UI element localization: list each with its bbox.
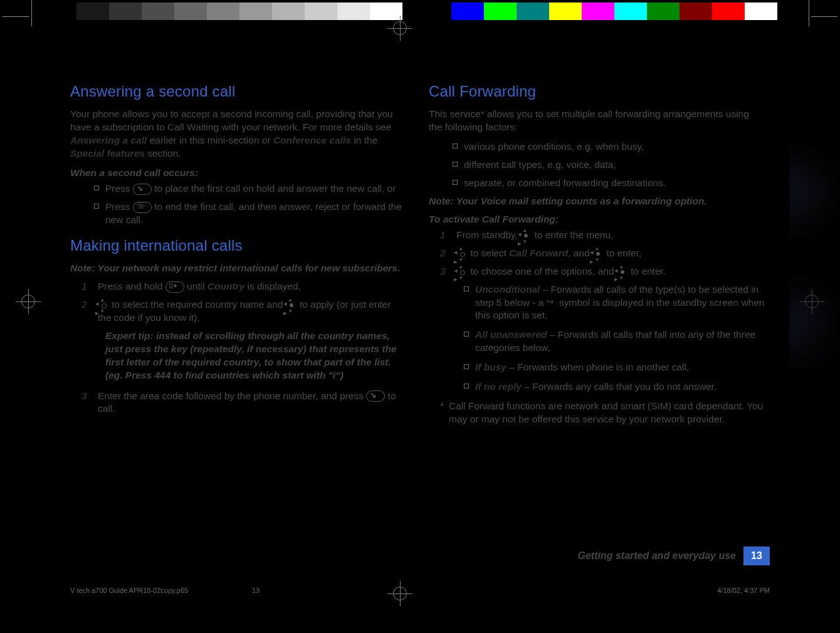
nav-select-icon bbox=[617, 266, 628, 278]
heading-international-calls: Making international calls bbox=[70, 236, 406, 256]
display-country: Country bbox=[207, 281, 244, 291]
source-file: V tech a700 Guide APR18-02copy.p65 bbox=[70, 587, 188, 594]
page-footer: Getting started and everyday use 13 bbox=[70, 547, 770, 565]
option-if-no-reply: If no reply – Forwards any calls that yo… bbox=[464, 380, 765, 394]
text: Press and hold bbox=[98, 281, 165, 291]
bullet-end-call: Press to end the first call, and then an… bbox=[94, 201, 406, 227]
step-2: 2 to select Call Forward, and to enter, bbox=[440, 247, 765, 260]
step-3: 3 Enter the area code followed by the ph… bbox=[81, 390, 406, 416]
text: to enter. bbox=[628, 266, 666, 276]
crop-mark-right bbox=[806, 0, 837, 38]
end-key-icon bbox=[133, 202, 152, 213]
option-unconditional: Unconditional – Forwards all calls of th… bbox=[464, 283, 765, 323]
nav-updown-icon bbox=[98, 300, 109, 311]
zero-key-icon bbox=[165, 281, 184, 293]
step-number: 1 bbox=[440, 229, 449, 242]
page-content: Answering a second call Your phone allow… bbox=[70, 81, 765, 426]
left-column: Answering a second call Your phone allow… bbox=[70, 81, 406, 426]
footnote-marker: * bbox=[440, 400, 444, 426]
bullet-icon bbox=[453, 162, 458, 167]
crop-mark-left bbox=[3, 0, 34, 38]
subheading-second-call: When a second call occurs: bbox=[70, 167, 406, 180]
footnote: * Call Forward functions are network and… bbox=[440, 400, 765, 426]
factor-destinations: separate, or combined forwarding destina… bbox=[453, 177, 765, 190]
timestamp: 4/18/02, 4:37 PM bbox=[717, 587, 770, 594]
footnote-text: Call Forward functions are network and s… bbox=[449, 400, 765, 426]
text: to enter, bbox=[604, 248, 641, 258]
text: – Forwards when phone is in another call… bbox=[507, 362, 689, 372]
factor-conditions: various phone conditions, e.g. when busy… bbox=[453, 140, 765, 154]
text: Press bbox=[105, 183, 133, 194]
nav-updown-icon bbox=[456, 248, 468, 259]
decorative-gradient bbox=[790, 144, 840, 238]
text: Press bbox=[105, 201, 133, 212]
step-number: 2 bbox=[81, 298, 90, 325]
step-1: 1 Press and hold until Country is displa… bbox=[81, 280, 406, 293]
option-name: If no reply bbox=[475, 381, 522, 392]
option-all-unanswered: All unanswered – Forwards all calls that… bbox=[464, 328, 765, 355]
grayscale-bars bbox=[44, 3, 402, 20]
text: From standby, bbox=[456, 229, 520, 240]
option-name: All unanswered bbox=[475, 329, 547, 340]
text: to select bbox=[468, 248, 509, 258]
step-number: 3 bbox=[440, 265, 449, 278]
registration-mark-left bbox=[21, 295, 35, 308]
option-if-busy: If busy – Forwards when phone is in anot… bbox=[464, 361, 765, 374]
bullet-icon bbox=[94, 186, 99, 191]
step-2: 2 to select the required country name an… bbox=[81, 298, 406, 325]
bullet-icon bbox=[453, 144, 458, 149]
step-number: 2 bbox=[440, 247, 449, 260]
step-3: 3 to choose one of the options, and to e… bbox=[440, 265, 765, 278]
registration-mark-top bbox=[393, 21, 407, 35]
heading-answering-second-call: Answering a second call bbox=[70, 81, 406, 102]
call-key-icon bbox=[133, 184, 152, 195]
text: Enter the area code followed by the phon… bbox=[98, 390, 366, 401]
bullet-icon bbox=[464, 286, 469, 291]
text: to select the required country name and bbox=[109, 299, 286, 310]
text: separate, or combined forwarding destina… bbox=[464, 177, 765, 190]
text: earlier in this mini-section or bbox=[147, 135, 273, 145]
subheading-activate-forwarding: To activate Call Forwarding: bbox=[429, 213, 765, 226]
menu-call-forward: Call Forward bbox=[509, 248, 568, 258]
section-label: Getting started and everyday use bbox=[577, 550, 743, 562]
bullet-hold-call: Press to place the first call on hold an… bbox=[94, 182, 406, 196]
text: , and bbox=[568, 248, 592, 258]
ref-special-features: Special features bbox=[70, 148, 145, 159]
nav-updown-icon bbox=[456, 266, 468, 278]
note-voicemail: Note: Your Voice mail setting counts as … bbox=[429, 195, 765, 208]
decorative-gradient bbox=[790, 276, 840, 370]
note-international: Note: Your network may restrict internat… bbox=[70, 262, 406, 275]
step-number: 1 bbox=[81, 280, 90, 293]
text: is displayed, bbox=[244, 281, 301, 291]
ref-conference-calls: Conference calls bbox=[273, 135, 351, 145]
intro-paragraph: Your phone allows you to accept a second… bbox=[70, 108, 406, 160]
bullet-icon bbox=[464, 364, 469, 369]
nav-select-icon bbox=[286, 300, 297, 311]
step-number: 3 bbox=[81, 390, 90, 416]
step-1: 1 From standby, to enter the menu, bbox=[440, 229, 765, 242]
bullet-icon bbox=[464, 384, 469, 389]
text: Your phone allows you to accept a second… bbox=[70, 108, 393, 132]
ref-answering-call: Answering a call bbox=[70, 135, 147, 145]
calibration-strip bbox=[0, 3, 840, 20]
text: section. bbox=[145, 148, 181, 159]
option-name: Unconditional bbox=[475, 284, 540, 295]
factor-call-types: different call types, e.g. voice, data, bbox=[453, 159, 765, 172]
text: – Forwards any calls that you do not ans… bbox=[522, 381, 717, 392]
call-key-icon bbox=[366, 390, 385, 402]
bullet-icon bbox=[453, 180, 458, 185]
option-name: If busy bbox=[475, 362, 507, 372]
print-metadata: V tech a700 Guide APR18-02copy.p65 13 4/… bbox=[70, 587, 770, 594]
text: to place the first call on hold and answ… bbox=[152, 183, 396, 194]
right-column: Call Forwarding This service* allows you… bbox=[429, 81, 765, 426]
text: to choose one of the options, and bbox=[468, 266, 617, 276]
nav-select-icon bbox=[520, 230, 532, 241]
text: to enter the menu, bbox=[532, 229, 613, 240]
bullet-icon bbox=[464, 332, 469, 337]
page-number: 13 bbox=[743, 547, 770, 565]
expert-tip: Expert tip: instead of scrolling through… bbox=[105, 330, 406, 382]
text: various phone conditions, e.g. when busy… bbox=[464, 140, 765, 154]
sheet-page: 13 bbox=[252, 587, 260, 594]
text: until bbox=[184, 281, 207, 291]
color-bars bbox=[451, 3, 810, 20]
